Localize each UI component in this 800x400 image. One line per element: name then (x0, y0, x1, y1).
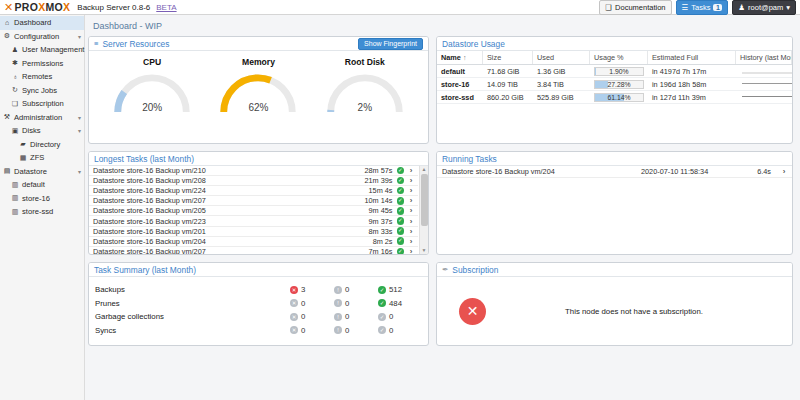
task-list-icon: ☰ (682, 3, 689, 12)
column-header-history[interactable]: History (last Month) (736, 51, 792, 64)
cell-history (736, 92, 792, 102)
usage-bar-label: 27.28% (595, 81, 643, 88)
warning-circle-icon: ! (334, 313, 342, 321)
chevron-right-icon[interactable]: › (408, 217, 414, 226)
user-icon: ♟ (738, 3, 745, 12)
task-row[interactable]: Datastore store-16 Backup vm/204 8m 2s ✓… (89, 237, 418, 247)
sidebar-item-datastore-default[interactable]: ▥ default (0, 178, 84, 192)
sidebar-item-dashboard[interactable]: ⌂ Dashboard (0, 16, 84, 30)
usage-bar: 1.90% (594, 67, 644, 76)
error-count: 0 (301, 312, 305, 321)
cpu-gauge: CPU 20% (106, 57, 198, 116)
chevron-down-icon[interactable]: ▾ (78, 114, 81, 121)
scrollbar-thumb[interactable] (421, 174, 428, 226)
chevron-right-icon[interactable]: › (408, 186, 414, 195)
chevron-down-icon[interactable]: ▾ (78, 33, 81, 40)
check-circle-icon: ✓ (378, 326, 386, 334)
user-menu-button[interactable]: ♟ root@pam ▾ (732, 0, 796, 15)
datastore-row-store-ssd[interactable]: store-ssd 860.20 GiB 525.89 GiB 61.14% i… (437, 91, 792, 104)
sidebar-item-remotes[interactable]: ♁ Remotes (0, 70, 84, 84)
chevron-down-icon[interactable]: ▾ (78, 168, 81, 175)
task-row[interactable]: Datastore store-16 Backup vm/224 15m 4s … (89, 186, 418, 196)
chevron-right-icon[interactable]: › (408, 237, 414, 246)
scroll-down-icon[interactable]: ▼ (422, 247, 427, 254)
show-fingerprint-button[interactable]: Show Fingerprint (358, 38, 423, 50)
chevron-right-icon[interactable]: › (408, 227, 414, 236)
column-header-used[interactable]: Used (533, 51, 590, 64)
cell-history (736, 66, 792, 76)
datastore-row-store-16[interactable]: store-16 14.09 TiB 3.84 TiB 27.28% in 19… (437, 78, 792, 91)
task-name: Datastore store-16 Backup vm/224 (93, 186, 349, 195)
cell-name: store-ssd (437, 93, 483, 102)
datastore-row-default[interactable]: default 71.68 GiB 1.36 GiB 1.90% in 4197… (437, 65, 792, 78)
chevron-right-icon[interactable]: › (408, 176, 414, 185)
task-duration: 8m 2s (353, 237, 393, 246)
sidebar-item-datastore-store-16[interactable]: ▥ store-16 (0, 192, 84, 206)
user-label: root@pam (748, 3, 783, 12)
usage-bar-label: 61.14% (595, 94, 643, 101)
chevron-down-icon[interactable]: ▾ (78, 127, 81, 134)
column-header-size[interactable]: Size (483, 51, 533, 64)
column-header-estimated-full[interactable]: Estimated Full (648, 51, 736, 64)
sidebar-item-zfs[interactable]: ▦ ZFS (0, 151, 84, 165)
sidebar-item-directory[interactable]: ▰ Directory (0, 138, 84, 152)
proxmox-logo: ✕ PROXMOX (4, 1, 70, 14)
sidebar-item-label: ZFS (30, 153, 44, 162)
documentation-button[interactable]: ❑ Documentation (599, 0, 671, 15)
task-duration: 7m 16s (353, 247, 393, 254)
chevron-right-icon[interactable]: › (408, 196, 414, 205)
summary-row-garbage-collections: Garbage collections ✕0 !0 ✓0 (95, 310, 422, 324)
sidebar-item-disks[interactable]: ▣ Disks ▾ (0, 124, 84, 138)
ok-count: 512 (389, 285, 402, 294)
logo-text: X (63, 1, 70, 13)
sort-ascending-icon: ↑ (463, 54, 467, 61)
sidebar-item-datastore-store-ssd[interactable]: ▥ store-ssd (0, 205, 84, 219)
panel-title: Running Tasks (442, 154, 497, 164)
sidebar-item-permissions[interactable]: ✱ Permissions (0, 57, 84, 71)
task-duration: 21m 39s (353, 176, 393, 185)
sidebar-item-label: Configuration (14, 32, 59, 41)
gauge-value: 2% (319, 102, 411, 113)
task-row[interactable]: Datastore store-16 Backup vm/207 10m 14s… (89, 196, 418, 206)
running-task-row[interactable]: Datastore store-16 Backup vm/204 2020-07… (437, 166, 792, 178)
column-header-name[interactable]: Name↑ (437, 51, 483, 64)
tasks-button[interactable]: ☰ Tasks 1 (676, 0, 729, 15)
task-row[interactable]: Datastore store-16 Backup vm/208 21m 39s… (89, 176, 418, 186)
task-row[interactable]: Datastore store-16 Backup vm/210 28m 57s… (89, 166, 418, 176)
task-name: Datastore store-16 Backup vm/205 (93, 206, 349, 215)
chevron-right-icon[interactable]: › (408, 206, 414, 215)
chevron-right-icon[interactable]: › (408, 166, 414, 175)
sidebar-item-administration[interactable]: ⚒ Administration ▾ (0, 111, 84, 125)
sidebar-item-user-management[interactable]: ♟ User Management (0, 43, 84, 57)
sidebar-item-datastore[interactable]: ▤ Datastore ▾ (0, 165, 84, 179)
panel-subscription: ✒ Subscription ✕ This node does not have… (436, 262, 793, 346)
beta-link[interactable]: BETA (156, 3, 176, 12)
sidebar-item-configuration[interactable]: ⚙ Configuration ▾ (0, 30, 84, 44)
check-circle-icon: ✓ (397, 217, 405, 225)
logo-text: MO (46, 1, 64, 13)
sidebar-item-sync-jobs[interactable]: ↻ Sync Jobs (0, 84, 84, 98)
history-sparkline (740, 79, 792, 89)
task-row[interactable]: Datastore store-16 Backup vm/201 8m 33s … (89, 227, 418, 237)
chevron-right-icon[interactable]: › (408, 247, 414, 254)
sidebar-item-label: Subscription (22, 99, 64, 108)
panel-server-resources: ≡ Server Resources Show Fingerprint CPU … (88, 36, 429, 144)
ok-count: 0 (389, 326, 393, 335)
scrollbar[interactable]: ▲ ▼ (419, 166, 428, 254)
ok-count: 484 (389, 299, 402, 308)
task-row[interactable]: Datastore store-16 Backup vm/223 9m 37s … (89, 216, 418, 226)
sidebar-item-label: default (22, 180, 45, 189)
chevron-right-icon[interactable]: › (781, 167, 787, 176)
task-row[interactable]: Datastore store-16 Backup vm/207 7m 16s … (89, 247, 418, 254)
scroll-up-icon[interactable]: ▲ (422, 166, 427, 173)
column-header-usage[interactable]: Usage % (590, 51, 648, 64)
key-icon: ✱ (11, 59, 19, 67)
gauge-value: 20% (106, 102, 198, 113)
check-circle-icon: ✓ (397, 248, 405, 254)
gauge-value: 62% (212, 102, 304, 113)
ok-count: 0 (389, 312, 393, 321)
sidebar-item-subscription[interactable]: ❏ Subscription (0, 97, 84, 111)
cell-size: 14.09 TiB (483, 80, 533, 89)
proxmox-logo-mark-icon: ✕ (4, 1, 14, 14)
task-row[interactable]: Datastore store-16 Backup vm/205 9m 45s … (89, 206, 418, 216)
